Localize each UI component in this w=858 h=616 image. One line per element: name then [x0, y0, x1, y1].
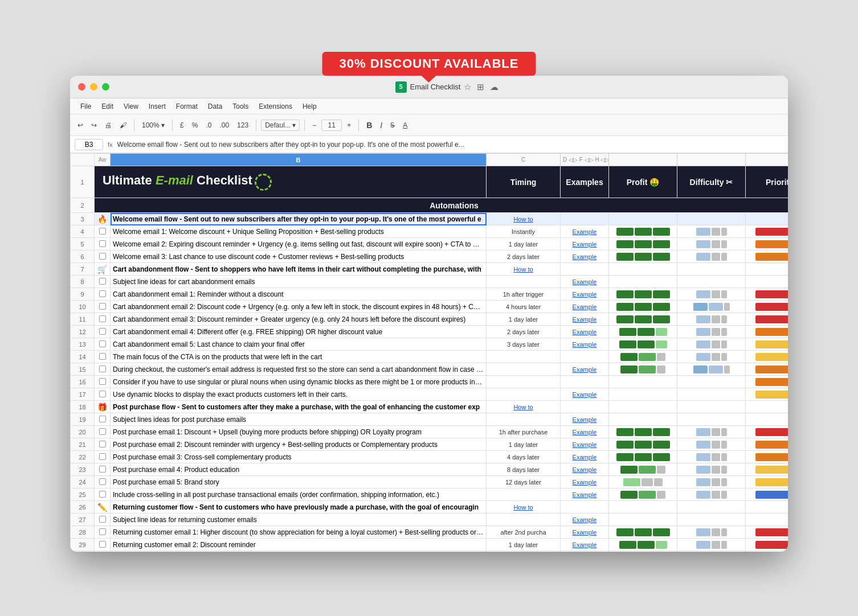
row-example[interactable]: Example	[561, 238, 609, 250]
checkbox[interactable]	[99, 466, 106, 473]
menu-file[interactable]: File	[76, 101, 96, 112]
discount-banner[interactable]: 30% DISCOUNT AVAILABLE	[322, 52, 536, 76]
decimal-dec[interactable]: .0	[203, 120, 214, 131]
example-link[interactable]: Example	[573, 541, 597, 548]
checkbox[interactable]	[99, 478, 106, 485]
example-link[interactable]: Example	[573, 241, 597, 248]
row-example[interactable]: Example	[561, 551, 609, 552]
menu-extensions[interactable]: Extensions	[254, 101, 297, 112]
example-link[interactable]: Example	[573, 228, 597, 235]
close-button[interactable]	[78, 83, 85, 91]
example-link[interactable]: Example	[573, 416, 597, 423]
checkbox[interactable]	[99, 253, 106, 260]
example-link[interactable]: Example	[573, 479, 597, 486]
example-link[interactable]: Example	[573, 328, 597, 335]
row-example[interactable]: Example	[561, 463, 609, 476]
menu-data[interactable]: Data	[203, 101, 227, 112]
row-example[interactable]: Example	[561, 313, 609, 326]
menu-view[interactable]: View	[119, 101, 143, 112]
strikethrough-button[interactable]: S̶	[387, 120, 398, 131]
italic-button[interactable]: I	[377, 119, 385, 132]
checkbox[interactable]	[99, 528, 106, 535]
row-example[interactable]: Example	[561, 413, 609, 426]
example-link[interactable]: Example	[573, 391, 597, 398]
example-link[interactable]: Example	[573, 491, 597, 498]
row-timing[interactable]: How to	[487, 401, 561, 413]
example-link[interactable]: Example	[573, 341, 597, 348]
font-size-plus[interactable]: +	[344, 120, 354, 131]
cloud-icon[interactable]: ☁	[490, 82, 499, 92]
row-example[interactable]: Example	[561, 514, 609, 526]
menu-help[interactable]: Help	[298, 101, 321, 112]
checkbox[interactable]	[99, 541, 106, 548]
example-link[interactable]: Example	[573, 441, 597, 448]
example-link[interactable]: Example	[573, 278, 597, 285]
formula-content[interactable]: Welcome email flow - Sent out to new sub…	[117, 141, 783, 149]
checkbox[interactable]	[99, 428, 106, 435]
checkbox[interactable]	[99, 340, 106, 347]
row-example[interactable]: Example	[561, 225, 609, 238]
row-example[interactable]: Example	[561, 338, 609, 351]
howto-link[interactable]: How to	[513, 266, 533, 273]
checkbox[interactable]	[99, 240, 106, 247]
example-link[interactable]: Example	[573, 454, 597, 461]
row-example[interactable]: Example	[561, 438, 609, 451]
row-timing[interactable]: How to	[487, 263, 561, 276]
checkbox[interactable]	[99, 303, 106, 310]
cell-reference[interactable]: B3	[75, 139, 103, 150]
currency-button[interactable]: £	[177, 120, 187, 131]
checkbox[interactable]	[99, 391, 106, 397]
row-example[interactable]: Example	[561, 276, 609, 288]
checkbox[interactable]	[99, 366, 106, 372]
row-example[interactable]: Example	[561, 451, 609, 463]
maximize-button[interactable]	[102, 83, 109, 91]
howto-link[interactable]: How to	[513, 504, 533, 511]
checkbox[interactable]	[99, 328, 106, 335]
checkbox[interactable]	[99, 378, 106, 385]
print-button[interactable]: 🖨	[102, 120, 115, 131]
checkbox[interactable]	[99, 315, 106, 322]
row-example[interactable]: Example	[561, 539, 609, 551]
spreadsheet[interactable]: Aw B C D ◁▷ F ◁▷ H ◁▷ L 1 Ultimate	[70, 153, 788, 552]
example-link[interactable]: Example	[573, 366, 597, 373]
minimize-button[interactable]	[90, 83, 97, 91]
howto-link[interactable]: How to	[513, 216, 533, 223]
menu-insert[interactable]: Insert	[144, 101, 170, 112]
checkbox[interactable]	[99, 491, 106, 498]
font-dropdown[interactable]: Defaul... ▾	[261, 120, 300, 131]
menu-edit[interactable]: Edit	[97, 101, 118, 112]
row-example[interactable]: Example	[561, 301, 609, 313]
example-link[interactable]: Example	[573, 516, 597, 523]
123-button[interactable]: 123	[234, 120, 251, 131]
row-example[interactable]: Example	[561, 363, 609, 376]
paint-format-button[interactable]: 🖌	[117, 120, 129, 131]
example-link[interactable]: Example	[573, 429, 597, 436]
row-example[interactable]: Example	[561, 526, 609, 539]
example-link[interactable]: Example	[573, 303, 597, 310]
row-example[interactable]: Example	[561, 488, 609, 501]
row-example[interactable]: Example	[561, 388, 609, 401]
percent-button[interactable]: %	[189, 120, 201, 131]
checkbox[interactable]	[99, 290, 106, 297]
row-timing[interactable]: How to	[487, 501, 561, 514]
bold-button[interactable]: B	[363, 119, 375, 132]
font-size-minus[interactable]: −	[309, 120, 319, 131]
row-timing[interactable]: How to	[487, 213, 561, 225]
checkbox[interactable]	[99, 441, 106, 447]
example-link[interactable]: Example	[573, 466, 597, 473]
redo-button[interactable]: ↪	[88, 120, 100, 131]
row-example[interactable]: Example	[561, 326, 609, 338]
checkbox[interactable]	[99, 453, 106, 460]
menu-tools[interactable]: Tools	[228, 101, 253, 112]
example-link[interactable]: Example	[573, 253, 597, 260]
howto-link[interactable]: How to	[513, 404, 533, 410]
example-link[interactable]: Example	[573, 316, 597, 323]
menu-format[interactable]: Format	[171, 101, 202, 112]
row-example[interactable]: Example	[561, 288, 609, 301]
star-icon[interactable]: ☆	[464, 82, 471, 92]
example-link[interactable]: Example	[573, 529, 597, 536]
row-example[interactable]: Example	[561, 426, 609, 438]
checkbox[interactable]	[99, 278, 106, 285]
font-size-input[interactable]: 11	[321, 120, 342, 131]
row-example[interactable]: Example	[561, 250, 609, 263]
